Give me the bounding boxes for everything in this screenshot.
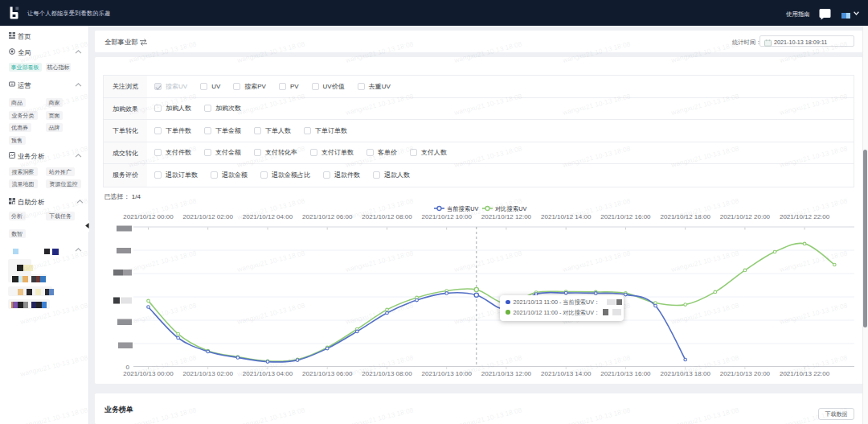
svg-text:2021/10/13 12:00: 2021/10/13 12:00	[481, 370, 532, 377]
svg-text:2021/10/13 04:00: 2021/10/13 04:00	[243, 370, 293, 377]
svg-text:2021/10/12 08:00: 2021/10/12 08:00	[362, 213, 412, 220]
svg-text:2021/10/13 00:00: 2021/10/13 00:00	[123, 370, 174, 377]
svg-text:2021/10/13 14:00: 2021/10/13 14:00	[541, 370, 592, 377]
svg-text:2021/10/12 12:00: 2021/10/12 12:00	[481, 213, 532, 220]
svg-text:2021/10/13 16:00: 2021/10/13 16:00	[600, 370, 651, 377]
svg-text:2021/10/12 22:00: 2021/10/12 22:00	[780, 213, 830, 220]
svg-text:2021/10/13 20:00: 2021/10/13 20:00	[720, 370, 771, 377]
svg-text:2021/10/13 18:00: 2021/10/13 18:00	[661, 370, 711, 377]
svg-text:2021/10/13 22:00: 2021/10/13 22:00	[780, 370, 830, 377]
svg-text:2021/10/12 04:00: 2021/10/12 04:00	[243, 213, 293, 220]
svg-text:当前搜索UV: 当前搜索UV	[447, 205, 478, 212]
svg-text:2021/10/12 00:00: 2021/10/12 00:00	[123, 213, 174, 220]
svg-text:2021/10/13 02:00: 2021/10/13 02:00	[183, 370, 234, 377]
svg-text:2021/10/12 18:00: 2021/10/12 18:00	[661, 213, 711, 220]
svg-text:2021/10/12 20:00: 2021/10/12 20:00	[720, 213, 771, 220]
svg-text:2021/10/12 06:00: 2021/10/12 06:00	[302, 213, 353, 220]
svg-text:2021/10/12 14:00: 2021/10/12 14:00	[541, 213, 592, 220]
svg-text:2021/10/13 08:00: 2021/10/13 08:00	[362, 370, 412, 377]
svg-text:2021/10/12 16:00: 2021/10/12 16:00	[600, 213, 651, 220]
svg-text:2021/10/13 10:00: 2021/10/13 10:00	[422, 370, 473, 377]
svg-text:对比搜索UV: 对比搜索UV	[495, 205, 526, 212]
svg-text:2021/10/12 02:00: 2021/10/12 02:00	[183, 213, 234, 220]
svg-text:2021/10/12 10:00: 2021/10/12 10:00	[422, 213, 473, 220]
svg-text:2021/10/13 06:00: 2021/10/13 06:00	[302, 370, 353, 377]
